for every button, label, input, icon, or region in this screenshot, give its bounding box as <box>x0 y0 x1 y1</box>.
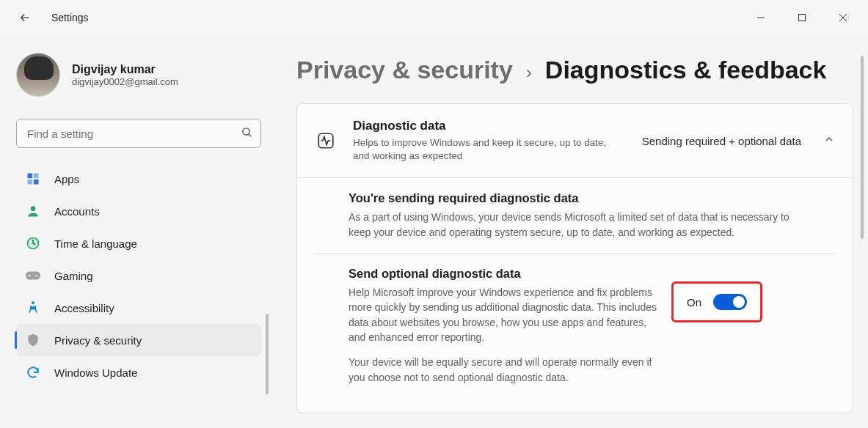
svg-point-10 <box>31 206 36 211</box>
optional-data-section: Send optional diagnostic data Help Micro… <box>315 253 835 398</box>
apps-icon <box>25 171 41 187</box>
svg-rect-1 <box>799 15 806 21</box>
accounts-icon <box>25 203 41 219</box>
minimize-button[interactable] <box>752 9 770 26</box>
nav: Apps Accounts Time & language Gaming <box>16 163 261 388</box>
search-input[interactable] <box>27 128 241 140</box>
sidebar-item-time-language[interactable]: Time & language <box>16 227 261 259</box>
sidebar: Digvijay kumar digvijay0002@gmail.com Ap… <box>0 35 271 428</box>
main-scrollbar[interactable] <box>861 56 864 239</box>
sidebar-item-windows-update[interactable]: Windows Update <box>16 356 261 388</box>
svg-rect-12 <box>26 272 40 280</box>
sidebar-scrollbar[interactable] <box>266 314 269 394</box>
diagnostic-header-sub: Helps to improve Windows and keep it sec… <box>353 136 617 163</box>
page-title: Diagnostics & feedback <box>545 56 827 84</box>
titlebar: Settings <box>0 0 868 35</box>
optional-body-p2: Your device will be equally secure and w… <box>349 355 657 385</box>
sidebar-item-gaming[interactable]: Gaming <box>16 259 261 292</box>
user-block[interactable]: Digvijay kumar digvijay0002@gmail.com <box>16 48 261 101</box>
search-box[interactable] <box>16 119 261 148</box>
sidebar-item-label: Apps <box>54 173 79 185</box>
svg-point-15 <box>32 301 34 304</box>
sidebar-item-accessibility[interactable]: Accessibility <box>16 292 261 324</box>
svg-rect-7 <box>34 174 39 179</box>
window-controls <box>752 9 862 26</box>
diagnostic-data-body: You're sending required diagnostic data … <box>297 178 853 412</box>
sidebar-item-privacy-security[interactable]: Privacy & security <box>16 324 261 356</box>
sidebar-item-label: Privacy & security <box>54 334 142 347</box>
sidebar-item-label: Windows Update <box>54 366 137 379</box>
toggle-knob <box>733 296 745 308</box>
sidebar-item-apps[interactable]: Apps <box>16 163 261 195</box>
diagnostic-data-card: Diagnostic data Helps to improve Windows… <box>296 103 853 413</box>
gamepad-icon <box>25 268 41 284</box>
sidebar-item-label: Accessibility <box>54 302 114 314</box>
sidebar-item-accounts[interactable]: Accounts <box>16 195 261 227</box>
svg-point-13 <box>29 275 31 277</box>
optional-title: Send optional diagnostic data <box>349 267 657 281</box>
shield-icon <box>25 332 41 348</box>
avatar <box>16 53 60 97</box>
optional-data-toggle[interactable] <box>713 294 747 310</box>
svg-rect-6 <box>28 174 33 179</box>
user-name: Digvijay kumar <box>72 63 178 76</box>
sidebar-item-label: Time & language <box>54 237 137 250</box>
user-email: digvijay0002@gmail.com <box>72 76 178 87</box>
required-data-section: You're sending required diagnostic data … <box>349 178 835 253</box>
accessibility-icon <box>25 300 41 316</box>
update-icon <box>25 364 41 380</box>
diagnostic-data-header[interactable]: Diagnostic data Helps to improve Windows… <box>297 104 853 178</box>
optional-body-p1: Help Microsoft improve your Windows expe… <box>349 285 657 344</box>
optional-body: Help Microsoft improve your Windows expe… <box>349 285 657 385</box>
maximize-button[interactable] <box>793 9 811 26</box>
toggle-state-label: On <box>687 296 701 309</box>
optional-toggle-highlight: On <box>671 281 762 322</box>
search-icon <box>241 126 253 141</box>
chevron-right-icon: › <box>526 62 532 83</box>
svg-line-5 <box>249 133 251 136</box>
diagnostic-header-title: Diagnostic data <box>353 119 626 133</box>
svg-rect-8 <box>28 180 33 185</box>
chevron-up-icon <box>823 133 835 148</box>
breadcrumb: Privacy & security › Diagnostics & feedb… <box>296 56 853 84</box>
breadcrumb-parent[interactable]: Privacy & security <box>296 56 513 84</box>
activity-icon <box>315 130 337 152</box>
sidebar-item-label: Gaming <box>54 270 93 282</box>
back-button[interactable] <box>16 9 34 26</box>
svg-point-14 <box>35 275 37 277</box>
required-title: You're sending required diagnostic data <box>349 191 835 205</box>
required-body: As a part of using Windows, your device … <box>349 210 796 240</box>
close-button[interactable] <box>834 9 852 26</box>
diagnostic-header-status: Sending required + optional data <box>642 135 801 147</box>
svg-rect-9 <box>34 180 39 185</box>
clock-globe-icon <box>25 235 41 251</box>
main: Privacy & security › Diagnostics & feedb… <box>271 35 868 428</box>
app-title: Settings <box>51 12 89 23</box>
sidebar-item-label: Accounts <box>54 205 100 218</box>
svg-point-4 <box>243 128 249 134</box>
